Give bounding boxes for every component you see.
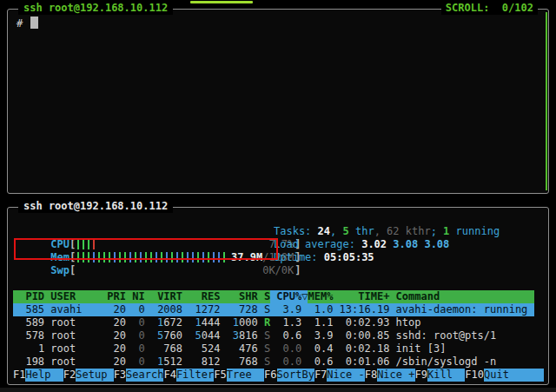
- scroll-indicator: SCROLL: 0/102: [441, 2, 538, 15]
- htop-tabs: MainI/O: [13, 277, 544, 290]
- mem-pct: 0.4: [308, 342, 333, 355]
- res: 5044: [182, 329, 220, 342]
- virt: 5760: [145, 329, 182, 342]
- fkey-search[interactable]: F3Search: [114, 369, 164, 382]
- column-header-mem[interactable]: MEM%: [308, 290, 333, 303]
- fkey-key: F5: [214, 369, 226, 382]
- fkey-kill[interactable]: F9Kill: [415, 369, 466, 382]
- fkey-key: F10: [465, 369, 484, 382]
- pri: 20: [107, 355, 126, 369]
- load-label: Load average:: [274, 238, 361, 250]
- command: sshd: root@pts/1: [389, 329, 496, 342]
- virt: 1672: [145, 316, 182, 329]
- thr-label: thr: [349, 225, 374, 237]
- fkey-key: F8: [365, 369, 377, 382]
- fkey-label: Help: [25, 369, 63, 382]
- fkey-key: F9: [415, 369, 427, 382]
- ni: 0: [126, 303, 145, 316]
- spacer-row: [13, 264, 544, 277]
- mem-pct: 3.9: [308, 329, 333, 342]
- copy-mode-scrollbar[interactable]: [546, 12, 547, 190]
- running-label: running: [449, 225, 500, 237]
- state: S: [258, 329, 270, 342]
- process-row[interactable]: 1root200768524476S0.00.40:02.18init [3]: [13, 342, 534, 355]
- column-header-pri[interactable]: PRI: [107, 290, 126, 303]
- video-progress-artifact: [190, 1, 253, 3]
- mem-meter-row: Mem[37.9M/128M] Load average: 3.02 3.08 …: [13, 238, 544, 251]
- time: 0:02.93: [333, 316, 389, 329]
- column-header-ni[interactable]: NI: [126, 290, 145, 303]
- process-row[interactable]: 589root200167214441000R1.31.10:02.93htop: [13, 316, 534, 329]
- user: root: [44, 355, 107, 369]
- pid: 1: [13, 342, 44, 355]
- fkey-nice-minus[interactable]: F7Nice -: [314, 369, 365, 382]
- tasks-count: 24: [318, 225, 330, 237]
- cpu-pct: 0.6: [270, 329, 301, 342]
- column-header-pid[interactable]: PID: [13, 290, 44, 303]
- column-header-virt[interactable]: VIRT: [145, 290, 182, 303]
- time: 0:01.06: [333, 355, 389, 369]
- fkey-key: F6: [264, 369, 276, 382]
- kthread-count: , 62 kthr: [374, 225, 431, 237]
- fkey-key: F1: [13, 369, 25, 382]
- fkey-sortby[interactable]: F6SortBy: [264, 369, 314, 382]
- column-header-res[interactable]: RES: [182, 290, 220, 303]
- uptime-label: Uptime:: [274, 251, 324, 263]
- pane-title-top: ssh root@192.168.10.112: [18, 2, 173, 15]
- column-header-time[interactable]: TIME+: [333, 290, 389, 303]
- cpu-pct: 1.3: [270, 316, 301, 329]
- uptime-value: 05:05:35: [324, 251, 374, 263]
- fkey-label: SortBy: [277, 369, 314, 382]
- virt: 1512: [145, 355, 182, 369]
- fkey-tree[interactable]: F5Tree: [214, 369, 264, 382]
- cpu-pct: 3.9: [270, 303, 301, 316]
- shr: 768: [220, 355, 257, 369]
- separator: ,: [330, 225, 342, 237]
- fkey-label: Kill: [427, 369, 465, 382]
- res: 1444: [182, 316, 220, 329]
- function-key-bar: F1Help F2Setup F3Search F4Filter F5Tree …: [13, 369, 544, 382]
- load-15min: 3.08: [424, 238, 449, 250]
- tmux-pane-htop[interactable]: ssh root@192.168.10.112 CPU[7.7%] Tasks:…: [7, 207, 549, 385]
- fkey-help[interactable]: F1Help: [13, 369, 63, 382]
- process-row-selected[interactable]: 585avahi20020081272728S3.91.013:16.19ava…: [13, 303, 534, 316]
- res: 524: [182, 342, 220, 355]
- fkey-key: F2: [63, 369, 76, 382]
- shell-prompt: #: [17, 17, 23, 30]
- load-5min: 3.08: [393, 238, 424, 250]
- column-header-user[interactable]: USER: [44, 290, 107, 303]
- state: S: [258, 342, 270, 355]
- user: root: [44, 342, 107, 355]
- uptime-line: Uptime: 05:05:35: [274, 251, 374, 264]
- fkey-filter[interactable]: F4Filter: [163, 369, 214, 382]
- load-average-line: Load average: 3.02 3.08 3.08: [274, 238, 449, 251]
- process-row[interactable]: 198root2001512812768S0.00.60:01.06/sbin/…: [13, 355, 534, 369]
- time: 0:00.85: [333, 329, 389, 342]
- fkey-label: Tree: [227, 369, 264, 382]
- video-chrome-artifact: [0, 388, 556, 392]
- virt: 2008: [145, 303, 182, 316]
- user: root: [44, 316, 107, 329]
- state: S: [258, 303, 270, 316]
- tmux-pane-shell[interactable]: ssh root@192.168.10.112 SCROLL: 0/102 #: [7, 9, 549, 194]
- fkey-quit[interactable]: F10Quit: [465, 369, 544, 382]
- fkey-nice-plus[interactable]: F8Nice +: [365, 369, 415, 382]
- cpu-meter-row: CPU[7.7%] Tasks: 24, 5 thr, 62 kthr; 1 r…: [13, 225, 544, 238]
- ni: 0: [126, 329, 145, 342]
- state: R: [258, 316, 270, 329]
- mem-pct: 1.1: [308, 316, 333, 329]
- column-header-cpu-sorted[interactable]: CPU%: [270, 290, 301, 303]
- fkey-key: F4: [163, 369, 175, 382]
- fkey-setup[interactable]: F2Setup: [63, 369, 114, 382]
- pid: 198: [13, 355, 44, 369]
- column-header-shr[interactable]: SHR: [220, 290, 257, 303]
- column-header-command[interactable]: Command: [389, 290, 440, 303]
- cursor-block: [30, 17, 38, 29]
- cpu-pct: 0.0: [270, 342, 301, 355]
- ni: 0: [126, 342, 145, 355]
- fkey-key: F7: [314, 369, 327, 382]
- shr: 1000: [220, 316, 257, 329]
- fkey-label: Filter: [176, 369, 214, 382]
- process-row[interactable]: 578root200576050443816S0.63.90:00.85sshd…: [13, 329, 534, 342]
- column-header-s[interactable]: S: [258, 290, 270, 303]
